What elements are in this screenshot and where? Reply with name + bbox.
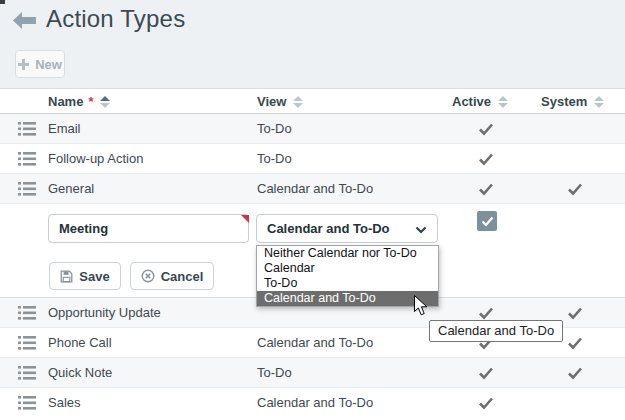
drag-handle-icon[interactable] bbox=[18, 306, 36, 320]
active-checkbox[interactable] bbox=[477, 211, 497, 231]
column-label-name: Name bbox=[48, 94, 83, 109]
view-select[interactable]: Calendar and To-Do bbox=[256, 214, 438, 243]
row-view: To-Do bbox=[257, 365, 292, 380]
column-header-view[interactable]: View bbox=[257, 89, 303, 114]
cancel-button-label: Cancel bbox=[161, 269, 204, 284]
drag-handle-icon[interactable] bbox=[18, 122, 36, 136]
row-view: To-Do bbox=[257, 121, 292, 136]
table-row: Follow-up Action To-Do bbox=[0, 144, 625, 174]
sort-icon-active bbox=[498, 96, 508, 108]
column-header-active[interactable]: Active bbox=[452, 89, 508, 114]
back-arrow-icon[interactable] bbox=[13, 12, 36, 29]
drag-handle-icon[interactable] bbox=[18, 336, 36, 350]
system-check-icon bbox=[564, 366, 586, 384]
save-icon bbox=[60, 270, 73, 283]
drag-handle-icon[interactable] bbox=[18, 182, 36, 196]
page-title: Action Types bbox=[46, 5, 185, 33]
drag-handle-icon[interactable] bbox=[18, 396, 36, 410]
sort-icon-name bbox=[100, 96, 110, 108]
active-check-icon bbox=[475, 366, 497, 384]
table-row: Email To-Do bbox=[0, 114, 625, 144]
dropdown-option[interactable]: To-Do bbox=[257, 276, 438, 291]
row-name: Quick Note bbox=[48, 365, 112, 380]
row-name: Sales bbox=[48, 395, 81, 410]
active-check-icon bbox=[475, 122, 497, 140]
system-check-icon bbox=[564, 306, 586, 324]
view-select-value: Calendar and To-Do bbox=[267, 221, 390, 236]
drag-handle-icon[interactable] bbox=[18, 152, 36, 166]
sort-icon-view bbox=[293, 96, 303, 108]
column-label-active: Active bbox=[452, 94, 491, 109]
dropdown-option[interactable]: Calendar bbox=[257, 261, 438, 276]
column-label-view: View bbox=[257, 94, 286, 109]
check-icon bbox=[481, 216, 494, 227]
column-header-name[interactable]: Name* bbox=[48, 89, 110, 114]
plus-icon bbox=[18, 59, 29, 70]
active-check-icon bbox=[475, 182, 497, 200]
active-check-icon bbox=[475, 396, 497, 414]
column-header-system[interactable]: System bbox=[541, 89, 604, 114]
tooltip: Calendar and To-Do bbox=[429, 320, 563, 342]
screen-corner-artifact bbox=[0, 0, 5, 4]
table-row: Sales Calendar and To-Do bbox=[0, 388, 625, 418]
row-name: Follow-up Action bbox=[48, 151, 143, 166]
row-name: Opportunity Update bbox=[48, 305, 161, 320]
view-dropdown-list: Neither Calendar nor To-Do Calendar To-D… bbox=[256, 245, 439, 307]
cancel-button[interactable]: Cancel bbox=[130, 262, 214, 290]
row-name: Email bbox=[48, 121, 81, 136]
name-input[interactable] bbox=[48, 214, 249, 243]
required-asterisk: * bbox=[88, 94, 93, 109]
table-row: General Calendar and To-Do bbox=[0, 174, 625, 204]
drag-handle-icon[interactable] bbox=[18, 366, 36, 380]
row-view: Calendar and To-Do bbox=[257, 395, 373, 410]
cancel-icon bbox=[141, 269, 155, 283]
new-button-label: New bbox=[35, 57, 62, 72]
row-view: To-Do bbox=[257, 151, 292, 166]
row-view: Calendar and To-Do bbox=[257, 181, 373, 196]
table-header-row: Name* View Active System bbox=[0, 89, 625, 114]
row-name: Phone Call bbox=[48, 335, 112, 350]
sort-icon-system bbox=[594, 96, 604, 108]
new-button[interactable]: New bbox=[15, 50, 65, 78]
active-check-icon bbox=[475, 152, 497, 170]
chevron-down-icon bbox=[415, 226, 427, 234]
system-check-icon bbox=[564, 182, 586, 200]
save-button-label: Save bbox=[79, 269, 109, 284]
required-corner-marker bbox=[241, 215, 249, 223]
row-view: Calendar and To-Do bbox=[257, 335, 373, 350]
mouse-cursor-icon bbox=[414, 295, 429, 317]
row-name: General bbox=[48, 181, 94, 196]
table-row: Quick Note To-Do bbox=[0, 358, 625, 388]
dropdown-option-highlighted[interactable]: Calendar and To-Do bbox=[257, 291, 438, 306]
system-check-icon bbox=[564, 336, 586, 354]
save-button[interactable]: Save bbox=[49, 262, 121, 290]
column-label-system: System bbox=[541, 94, 587, 109]
dropdown-option[interactable]: Neither Calendar nor To-Do bbox=[257, 246, 438, 261]
